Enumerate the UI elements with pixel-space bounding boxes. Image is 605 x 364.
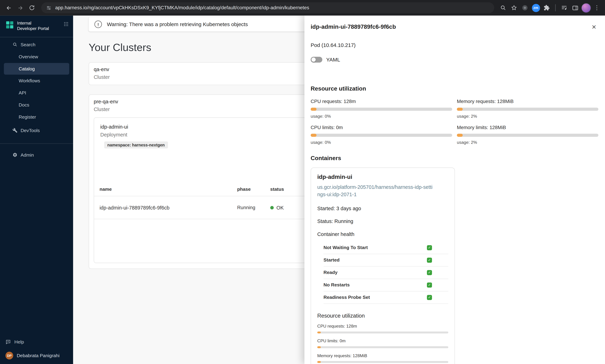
sidebar-item-help[interactable]: Help (5, 337, 68, 347)
url-bar[interactable]: app.harness.io/ng/account/vpCkHKsDSxK9_K… (41, 2, 494, 13)
container-metric-bar (317, 361, 448, 363)
pod-phase-cell: Running (237, 205, 270, 210)
metric-memory-limits: Memory limits: 128MiB usage: 2% (457, 125, 599, 144)
container-metric-bar (317, 331, 448, 333)
health-row-no-restarts: No Restarts ✓ (324, 279, 448, 291)
sidebar-item-label: DevTools (21, 128, 40, 133)
metric-memory-requests: Memory requests: 128MiB usage: 2% (457, 99, 599, 118)
sidebar-item-label: Docs (19, 102, 29, 107)
metric-cpu-limits: CPU limits: 0m usage: 0% (311, 125, 452, 144)
metric-label: Memory requests: 128MiB (457, 99, 599, 104)
check-icon: ✓ (427, 295, 432, 300)
side-panel-icon[interactable] (570, 3, 580, 13)
user-profile[interactable]: DP Debabrata Panigrahi (5, 352, 68, 359)
gear-icon (12, 152, 17, 158)
containers-heading: Containers (311, 155, 599, 161)
sidebar-item-devtools[interactable]: DevTools (4, 125, 69, 136)
zoom-extension-badge[interactable]: zm (531, 3, 541, 13)
container-metric-label: Memory requests: 128MiB (317, 353, 448, 358)
forward-icon[interactable] (15, 2, 26, 13)
user-name: Debabrata Panigrahi (17, 353, 59, 358)
health-row-ready: Ready ✓ (324, 266, 448, 279)
search-icon (12, 42, 17, 47)
container-metric-memory-requests: Memory requests: 128MiB (317, 353, 448, 363)
health-check-label: Not Waiting To Start (324, 245, 368, 250)
metric-progress-bar (311, 108, 452, 111)
container-resource-heading: Resource utilization (317, 312, 448, 318)
container-health-table: Not Waiting To Start ✓ Started ✓ Ready ✓… (324, 242, 448, 304)
metric-usage: usage: 0% (311, 114, 452, 118)
sidebar-divider (0, 37, 73, 37)
health-check-label: No Restarts (324, 282, 350, 288)
metric-progress-bar (457, 134, 599, 137)
metric-usage: usage: 0% (311, 140, 452, 145)
health-row-not-waiting: Not Waiting To Start ✓ (324, 242, 448, 254)
status-ok-label: OK (276, 205, 284, 210)
extension-icon[interactable] (520, 3, 530, 13)
sidebar-item-admin[interactable]: Admin (4, 149, 69, 161)
reload-icon[interactable] (26, 2, 37, 13)
container-name: idp-admin-ui (317, 173, 448, 180)
brand-title: Internal Developer Portal (17, 21, 51, 31)
sidebar-item-docs[interactable]: Docs (4, 99, 69, 111)
container-image-link[interactable]: us.gcr.io/platform-205701/harness/harnes… (317, 184, 434, 198)
sidebar-item-search[interactable]: Search (4, 39, 69, 51)
yaml-toggle[interactable] (311, 57, 322, 63)
idp-logo-icon (5, 21, 14, 29)
health-row-started: Started ✓ (324, 254, 448, 266)
back-icon[interactable] (3, 2, 14, 13)
site-info-icon[interactable] (46, 5, 52, 11)
metric-progress-bar (457, 108, 599, 111)
metric-usage: usage: 2% (457, 140, 599, 145)
container-metric-cpu-requests: CPU requests: 128m (317, 324, 448, 333)
health-check-label: Readiness Probe Set (324, 295, 370, 300)
apps-grid-icon[interactable] (64, 22, 68, 26)
sidebar-item-catalog[interactable]: Catalog (4, 63, 69, 75)
sidebar-item-label: Admin (21, 152, 34, 158)
resource-metrics: CPU requests: 128m usage: 0% Memory requ… (311, 99, 599, 144)
metric-progress-bar (311, 134, 452, 137)
screen: app.harness.io/ng/account/vpCkHKsDSxK9_K… (0, 0, 605, 364)
container-metric-label: CPU requests: 128m (317, 324, 448, 328)
health-check-label: Started (324, 257, 340, 263)
sidebar-item-label: Overview (19, 54, 38, 59)
column-header-name: name (100, 187, 237, 192)
profile-avatar[interactable] (581, 3, 591, 13)
check-icon: ✓ (427, 245, 432, 250)
sidebar-item-label: Search (21, 42, 35, 47)
brand: Internal Developer Portal (0, 16, 73, 35)
close-icon[interactable]: ✕ (589, 23, 599, 31)
warning-text: Warning: There was a problem retrieving … (107, 21, 248, 27)
media-controls-icon[interactable] (559, 3, 569, 13)
metric-usage: usage: 2% (457, 114, 599, 118)
menu-kebab-icon[interactable]: ⋮ (592, 3, 602, 13)
extensions-puzzle-icon[interactable] (541, 3, 552, 13)
metric-label: CPU limits: 0m (311, 125, 452, 130)
resource-utilization-heading: Resource utilization (311, 85, 599, 92)
metric-label: Memory limits: 128MiB (457, 125, 599, 130)
sidebar: Internal Developer Portal Search Overvie… (0, 16, 73, 364)
drawer-title: idp-admin-ui-7889789fc6-9f6cb (311, 23, 396, 30)
sidebar-item-register[interactable]: Register (4, 111, 69, 123)
zoom-extension-label: zm (532, 4, 540, 12)
namespace-chip: namespace: harness-nextgen (104, 142, 168, 149)
metric-cpu-requests: CPU requests: 128m usage: 0% (311, 99, 452, 118)
sidebar-item-workflows[interactable]: Workflows (4, 75, 69, 87)
toolbar-actions: zm ⋮ (498, 3, 602, 13)
bookmark-star-icon[interactable] (509, 3, 519, 13)
sidebar-divider (0, 143, 73, 144)
health-row-readiness-probe: Readiness Probe Set ✓ (324, 291, 448, 304)
health-check-label: Ready (324, 270, 338, 275)
container-metric-label: CPU limits: 0m (317, 338, 448, 343)
search-icon[interactable] (498, 3, 508, 13)
container-metric-cpu-limits: CPU limits: 0m (317, 338, 448, 348)
sidebar-item-api[interactable]: API (4, 87, 69, 99)
sidebar-footer: Help DP Debabrata Panigrahi (0, 333, 73, 364)
pod-name-cell: idp-admin-ui-7889789fc6-9f6cb (100, 205, 237, 210)
container-metric-bar (317, 346, 448, 348)
container-health-heading: Container health (317, 231, 448, 237)
column-header-phase: phase (237, 187, 270, 192)
url-text[interactable]: app.harness.io/ng/account/vpCkHKsDSxK9_K… (55, 5, 309, 11)
sidebar-item-overview[interactable]: Overview (4, 51, 69, 63)
pod-details-drawer: idp-admin-ui-7889789fc6-9f6cb ✕ Pod (10.… (304, 16, 605, 364)
